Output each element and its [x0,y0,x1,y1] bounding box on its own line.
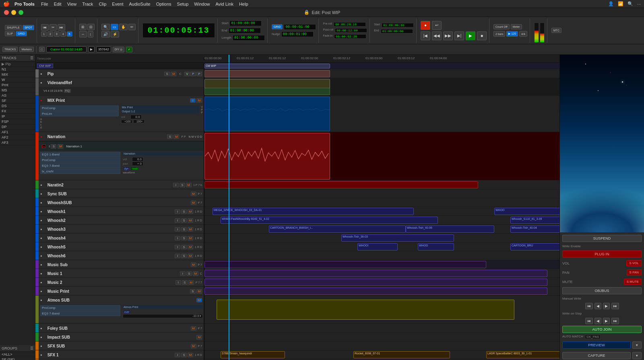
mute-value-btn[interactable]: S MUTE [624,279,642,285]
track-count-3[interactable]: 3 [54,31,60,37]
m2-m[interactable]: M [188,280,194,285]
plugin-btn[interactable]: PLUG IN [562,250,642,258]
wos-fwd[interactable]: ▶ [603,318,610,324]
sync-m[interactable]: M [191,192,196,196]
sidebar-sf[interactable]: SF [0,98,35,103]
nar2-m[interactable]: M [186,183,192,187]
mw-next[interactable]: ⏭ [611,303,619,309]
time-sig[interactable]: 4/4 [519,31,527,37]
sfx1-hawquindi[interactable]: S78629main_hawquindi [221,351,285,358]
preroll-display[interactable]: 00:00:28:10 [334,22,366,27]
suspend-btn[interactable]: SUSPEND [562,235,642,242]
menu-audiosuite[interactable]: AudioSuite [129,2,150,6]
rewind-btn[interactable]: ◀◀ [432,31,442,40]
wsub-m[interactable]: M [191,201,196,205]
m1-s[interactable]: S [186,271,192,276]
pip-v[interactable]: V [184,72,190,76]
sidebar-mix[interactable]: MIX [0,72,35,77]
grid-toggle[interactable]: GRID [272,24,283,29]
timecode-display[interactable]: 01:00:05:13 [142,23,215,38]
start-display[interactable]: 01:00:00:00 [229,21,262,26]
prolim-plugin[interactable]: ProLim [40,111,119,116]
whoosh5-whoo[interactable]: WHOO! [357,243,398,250]
length-display[interactable]: 01:00:00:00 [233,35,265,41]
group-se[interactable]: SE (SE) [0,357,35,360]
sidebar-n1[interactable]: N1 [0,67,35,72]
fadein-display[interactable]: 00:00:02:20 [334,34,366,39]
track-count-2[interactable]: 2 [47,31,53,37]
pip-solo[interactable]: S [164,72,170,76]
postroll-display[interactable]: 00:00:12:00 [335,28,367,33]
m1-m[interactable]: M [193,271,198,276]
w4-m[interactable]: M [188,236,193,240]
atmos-m[interactable]: M [196,298,202,302]
whoosh2-s110[interactable]: Whoosh_S110_61_3-09 [510,217,559,224]
start-right[interactable]: 01:00:00:00 [382,23,414,27]
w6-s[interactable]: S [181,254,187,258]
pip-p[interactable]: P [190,72,196,76]
sfx1-rocket[interactable]: Rocket_6098_67-01 [353,351,450,358]
capture-btn[interactable]: CAPTURE [562,352,631,359]
end-display[interactable]: 01:00:00:00 [229,28,261,33]
sidebar-ms[interactable]: MS [0,88,35,93]
wos-next[interactable]: ⏭ [611,318,619,324]
tempo-value[interactable]: ▶ 120 [506,31,518,37]
sidebar-af1[interactable]: AF1 [0,130,35,135]
menu-view[interactable]: View [67,2,77,6]
trim-btn[interactable]: ✂ [50,24,57,31]
w4-s[interactable]: S [181,236,187,240]
menu-file[interactable]: File [41,2,48,6]
capture-arrow[interactable]: ▾ [632,352,642,359]
sidebar-af2[interactable]: AF2 [0,135,35,140]
zoom-tool[interactable]: 🔍 [101,24,110,30]
procomp-plugin[interactable]: ProComp [40,106,119,111]
atmos-over[interactable]: over [123,310,131,314]
menu-help[interactable]: Help [239,2,248,6]
grid-value[interactable]: 00:00:01:00 [284,24,316,30]
atmos-eq37[interactable]: EQ3 7-Band [40,311,120,316]
whoosh2-whbh[interactable]: WHBH FastWhooshBy 6040_51_4-02 [221,217,438,224]
track-count-4[interactable]: 4 [60,31,66,37]
slip-btn[interactable]: SLIP [5,31,15,36]
wos-prev[interactable]: ⏮ [585,318,593,324]
play-btn[interactable]: ▶ [466,31,475,40]
music2-region[interactable] [204,279,547,286]
narr-dyn[interactable]: dyn [123,167,130,170]
cm-wip-region[interactable]: CM WIP [204,64,330,68]
fast-fwd-btn[interactable]: ▶▶ [443,31,453,40]
track-count-1[interactable]: 1 [41,31,47,37]
record-button[interactable]: ● [421,21,430,30]
mw-fwd[interactable]: ▶ [603,303,610,309]
markers-toggle[interactable]: Markers [19,47,33,52]
zoom-out-btn[interactable]: ⊟ [87,24,95,30]
sfx1-m[interactable]: M [188,353,193,357]
horizontal-zoom-out[interactable]: ↕ [88,31,94,37]
whoosh1-mega-space[interactable]: MEGA_SPACE_WHOOSH_03_DA-01 [213,208,414,215]
m2-s[interactable]: S [182,280,188,285]
sidebar-fsp[interactable]: FSP [0,119,35,124]
w6-m[interactable]: M [188,254,193,258]
objbus-btn[interactable]: OBJBUS [562,287,642,294]
menu-avidlink[interactable]: Avid Link [215,2,233,6]
loop-button[interactable]: ↩ [432,21,442,30]
sidebar-as[interactable]: AS [0,93,35,98]
nar2-s[interactable]: S [180,183,185,187]
sfx1-lasr[interactable]: LASR SpaceBattleC 8003_39_1-01 [486,351,559,358]
grid-btn[interactable]: GRID [16,31,27,36]
w2-s[interactable]: S [181,218,187,223]
sidebar-ip[interactable]: IP [0,114,35,119]
count-off-btn[interactable]: Count Off [493,24,510,29]
more-icon[interactable]: ··· [637,2,641,6]
apple-menu[interactable]: 🍎 [3,1,10,7]
m2-i[interactable]: I [175,280,181,285]
search-icon[interactable]: 🔍 [627,1,633,6]
spot-btn[interactable]: SPOT [23,25,34,30]
meter-btn[interactable]: Meter [511,24,522,29]
stop-btn[interactable]: ■ [477,31,487,40]
w6-i[interactable]: I [175,254,180,258]
whoosh5-cartoon-bru[interactable]: CARTOON_BRU [510,243,559,250]
vol-value-btn[interactable]: S VOL [626,260,642,266]
horizontal-zoom-in[interactable]: ↔ [79,31,87,37]
speaker-tool[interactable]: 🔊 [101,31,110,37]
narr-m[interactable]: M [173,134,179,139]
